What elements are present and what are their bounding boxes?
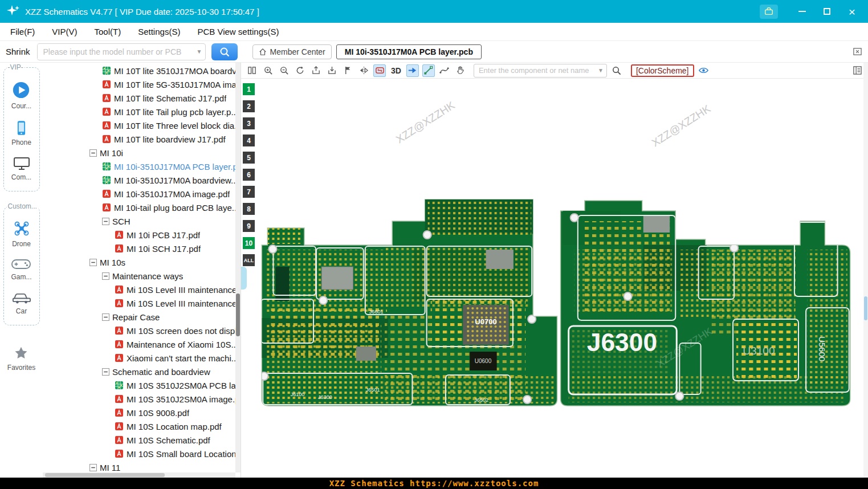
arrow-select-icon[interactable]: [406, 64, 419, 77]
refresh-icon[interactable]: [294, 64, 306, 77]
tree-folder[interactable]: MI 10i: [43, 146, 241, 160]
layer-button-9[interactable]: 9: [243, 220, 255, 232]
menu-file[interactable]: File(F): [10, 27, 35, 36]
window-vscroll-thumb[interactable]: [864, 296, 867, 320]
tree-file[interactable]: MI 10T lite boardview J17.pdf: [43, 132, 241, 146]
tree-file[interactable]: MI 10S Location map.pdf: [43, 419, 241, 433]
layer-button-3[interactable]: 3: [243, 117, 255, 129]
minimize-button[interactable]: [792, 3, 812, 19]
board-top-view-icon[interactable]: [373, 64, 386, 77]
flag-marker-icon[interactable]: [341, 64, 354, 77]
zoom-out-icon[interactable]: [278, 64, 290, 77]
zoom-in-icon[interactable]: [262, 64, 274, 77]
rail-item-game[interactable]: Gam...: [11, 258, 31, 281]
tree-file[interactable]: MI 10T lite Schematic J17.pdf: [43, 91, 241, 105]
rail-item-computer[interactable]: Com...: [11, 157, 31, 181]
menu-vip[interactable]: VIP(V): [52, 27, 77, 36]
tree-folder[interactable]: MI 10s: [43, 255, 241, 269]
tree-file[interactable]: MI 10i-tail plug board PCB laye...: [43, 201, 241, 214]
tree-folder[interactable]: Repair Case: [43, 310, 241, 324]
tree-file[interactable]: MI 10S Small board Location...: [43, 447, 241, 461]
export-board-icon[interactable]: [309, 64, 322, 77]
favorites-button[interactable]: Favorites: [7, 346, 35, 372]
tree-folder[interactable]: Maintenance ways: [43, 269, 241, 283]
tree-file[interactable]: MI 10S 3510J2SM0A PCB lay...: [43, 378, 241, 392]
tree-file[interactable]: MI 10T lite 5G-3510J17M0A ima...: [43, 78, 241, 91]
tree-file[interactable]: MI 10i-3510J17M0A PCB layer.p...: [43, 160, 241, 173]
rail-item-course[interactable]: Cour...: [11, 81, 31, 110]
member-center-button[interactable]: Member Center: [252, 44, 332, 59]
layer-button-all[interactable]: ALL: [243, 254, 255, 266]
layers-panel-icon[interactable]: [851, 64, 863, 77]
component-search-dropdown-icon[interactable]: ▼: [595, 67, 606, 74]
menu-pcb-view-settings[interactable]: PCB View settings(S): [197, 27, 279, 36]
tree-file[interactable]: MI 10i SCH J17.pdf: [43, 242, 241, 255]
layer-button-6[interactable]: 6: [243, 169, 255, 181]
component-search-icon[interactable]: [610, 64, 623, 77]
rail-item-phone[interactable]: Phone: [11, 120, 31, 146]
import-board-icon[interactable]: [325, 64, 338, 77]
menu-tool[interactable]: Tool(T): [95, 27, 121, 36]
component-search-input[interactable]: [474, 66, 595, 75]
tree-folder[interactable]: Schematic and boardview: [43, 365, 241, 378]
layer-button-7[interactable]: 7: [243, 186, 255, 198]
collapse-icon[interactable]: [89, 464, 97, 471]
open-file-tab[interactable]: MI 10i-3510J17M0A PCB layer.pcb: [336, 44, 482, 59]
color-scheme-button[interactable]: [ColorScheme]: [631, 64, 694, 77]
flip-horizontal-icon[interactable]: [357, 64, 370, 77]
split-view-icon[interactable]: [246, 64, 258, 77]
tree-file[interactable]: MI 10i-3510J17M0A image.pdf: [43, 187, 241, 201]
tree-file[interactable]: MI 10S 3510J2SM0A image.p...: [43, 392, 241, 406]
tree-file[interactable]: MI 10S screen does not displ...: [43, 324, 241, 337]
close-tab-icon[interactable]: [853, 47, 862, 56]
window-vertical-scrollbar[interactable]: [863, 63, 868, 478]
collapse-icon[interactable]: [102, 368, 109, 376]
collapse-icon[interactable]: [89, 149, 97, 157]
model-search-input[interactable]: [38, 44, 194, 59]
layer-button-2[interactable]: 2: [243, 100, 255, 112]
main-body: -VIP- Cour... Phone Com... Custom...: [0, 63, 868, 478]
tree-file[interactable]: MI 10T lite Tail plug pcb layer.p...: [43, 105, 241, 119]
model-search-dropdown-icon[interactable]: ▼: [194, 48, 205, 55]
pan-hand-icon[interactable]: [454, 64, 467, 77]
curve-tool-icon[interactable]: [438, 64, 451, 77]
tree-file[interactable]: MI 10i-3510J17M0A boardview...: [43, 173, 241, 187]
layer-button-10[interactable]: 10: [243, 237, 255, 249]
layer-button-8[interactable]: 8: [243, 203, 255, 215]
collapse-icon[interactable]: [102, 272, 109, 280]
rail-item-car[interactable]: Car: [12, 291, 31, 315]
vip-briefcase-icon[interactable]: [760, 5, 778, 19]
eye-visibility-icon[interactable]: [698, 64, 710, 77]
maximize-button[interactable]: [817, 3, 837, 19]
model-search-button[interactable]: [211, 43, 238, 60]
menu-settings[interactable]: Settings(S): [138, 27, 180, 36]
layer-button-5[interactable]: 5: [243, 152, 255, 164]
tree-file[interactable]: Xiaomi can't start the machi...: [43, 351, 241, 365]
collapse-icon[interactable]: [89, 259, 97, 266]
tree-file[interactable]: MI 10S Schematic.pdf: [43, 433, 241, 447]
panel-collapse-handle[interactable]: [241, 267, 247, 290]
tree-vertical-scrollbar[interactable]: [235, 63, 241, 472]
tree-file[interactable]: Maintenance of Xiaomi 10S...: [43, 337, 241, 351]
tree-file[interactable]: MI 10T lite 3510J17MOA boardv...: [43, 64, 241, 78]
tree-file[interactable]: MI 10S 9008.pdf: [43, 406, 241, 419]
pcb-canvas-area[interactable]: 12345678910ALL XZZ@XZZHK XZZ@XZZHK: [241, 79, 868, 478]
tree-folder[interactable]: SCH: [43, 214, 241, 228]
tree-file[interactable]: MI 10i PCB J17.pdf: [43, 228, 241, 242]
tree-horizontal-scrollbar[interactable]: [43, 472, 235, 478]
pcb-canvas[interactable]: XZZ@XZZHK XZZ@XZZHK: [241, 79, 868, 478]
collapse-icon[interactable]: [102, 313, 109, 321]
collapse-icon[interactable]: [102, 218, 109, 225]
layer-button-1[interactable]: 1: [243, 83, 255, 95]
close-button[interactable]: ×: [842, 3, 862, 19]
tree-file[interactable]: MI 10T lite Three level block dia...: [43, 119, 241, 132]
layer-button-4[interactable]: 4: [243, 135, 255, 146]
tree-file[interactable]: Mi 10S Level III maintenance...: [43, 296, 241, 310]
tree-vscroll-thumb[interactable]: [236, 294, 240, 336]
rail-item-drone[interactable]: Drone: [12, 220, 31, 248]
tree-hscroll-thumb[interactable]: [45, 473, 165, 477]
measure-line-icon[interactable]: [422, 64, 435, 77]
shrink-button[interactable]: Shrink: [6, 47, 30, 56]
three-d-button[interactable]: 3D: [389, 66, 403, 75]
tree-file[interactable]: Mi 10S Level III maintenance...: [43, 283, 241, 296]
